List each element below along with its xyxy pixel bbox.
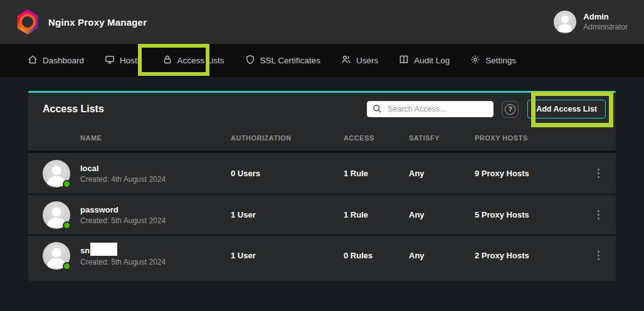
status-dot-icon: [63, 180, 71, 188]
page-title: Access Lists: [43, 103, 104, 115]
nav-item-settings[interactable]: Settings: [470, 55, 516, 66]
main-nav: Dashboard Hosts Access Lists SSL Certifi…: [0, 44, 644, 77]
row-avatar-cell: [43, 160, 70, 187]
status-dot-icon: [63, 221, 71, 229]
user-meta: Admin Administrator: [583, 12, 628, 31]
nav-label: Hosts: [120, 56, 142, 65]
access-value: 1 Rule: [344, 210, 409, 219]
satisfy-value: Any: [409, 251, 475, 260]
authorization-value: 1 User: [231, 251, 344, 260]
nav-item-dashboard[interactable]: Dashboard: [28, 55, 84, 66]
nav-label: Settings: [485, 56, 516, 65]
authorization-value: 1 User: [231, 210, 344, 219]
nav-item-users[interactable]: Users: [341, 55, 378, 66]
column-header-proxy-hosts: PROXY HOSTS: [475, 134, 581, 142]
nav-label: Audit Log: [414, 56, 450, 65]
satisfy-value: Any: [409, 169, 475, 178]
nav-label: SSL Certificates: [260, 56, 320, 65]
brand: Nginx Proxy Manager: [16, 9, 147, 34]
add-access-list-button[interactable]: Add Access List: [527, 100, 606, 119]
nav-label: Dashboard: [43, 56, 84, 65]
panel-toolbar: ? Add Access List: [367, 100, 606, 119]
redaction-box: [90, 243, 117, 256]
access-list-name: password: [80, 205, 231, 214]
main-content: Access Lists ? Add Access List: [0, 77, 644, 311]
column-header-satisfy: SATISFY: [409, 134, 475, 142]
created-date: Created: 5th August 2024: [80, 216, 231, 225]
access-value: 0 Rules: [344, 251, 409, 260]
nav-item-access-lists[interactable]: Access Lists: [162, 55, 224, 66]
row-avatar-cell: [43, 242, 70, 270]
created-date: Created: 4th August 2024: [80, 175, 231, 184]
table-row[interactable]: sn Created: 5th August 2024 1 User 0 Rul…: [28, 235, 616, 275]
app-header: Nginx Proxy Manager Admin Administrator: [0, 0, 644, 44]
search-box: [367, 101, 494, 117]
name-cell: sn Created: 5th August 2024: [80, 245, 231, 266]
user-menu[interactable]: Admin Administrator: [554, 11, 628, 33]
created-date: Created: 5th August 2024: [80, 258, 231, 266]
access-lists-panel: Access Lists ? Add Access List: [28, 91, 616, 281]
column-header-name: NAME: [80, 134, 231, 142]
home-icon: [28, 55, 38, 66]
user-name: Admin: [583, 12, 628, 22]
nav-item-hosts[interactable]: Hosts: [105, 55, 142, 66]
search-input[interactable]: [367, 101, 494, 117]
nav-item-audit-log[interactable]: Audit Log: [399, 55, 450, 66]
app-title: Nginx Proxy Manager: [48, 17, 147, 28]
access-list-name: sn: [80, 245, 231, 256]
table-row[interactable]: local Created: 4th August 2024 0 Users 1…: [28, 153, 616, 194]
name-cell: password Created: 5th August 2024: [80, 205, 231, 225]
authorization-value: 0 Users: [231, 169, 344, 178]
satisfy-value: Any: [409, 210, 475, 219]
nav-item-ssl-certificates[interactable]: SSL Certificates: [245, 55, 320, 66]
table-row[interactable]: password Created: 5th August 2024 1 User…: [28, 194, 616, 235]
access-value: 1 Rule: [344, 169, 409, 178]
access-list-name-text: sn: [80, 246, 90, 255]
status-dot-icon: [63, 262, 71, 270]
search-icon: [372, 104, 382, 116]
shield-icon: [245, 55, 255, 66]
access-list-name: local: [80, 164, 231, 173]
user-avatar: [554, 11, 576, 33]
column-header-authorization: AUTHORIZATION: [231, 134, 344, 142]
nav-label: Users: [356, 56, 378, 65]
table-header-row: NAME AUTHORIZATION ACCESS SATISFY PROXY …: [28, 125, 616, 150]
help-button[interactable]: ?: [502, 101, 519, 118]
name-cell: local Created: 4th August 2024: [80, 164, 231, 184]
proxy-hosts-value: 5 Proxy Hosts: [475, 210, 581, 219]
proxy-hosts-value: 2 Proxy Hosts: [475, 251, 581, 260]
row-menu-icon[interactable]: [592, 248, 604, 263]
column-header-access: ACCESS: [344, 134, 409, 142]
help-icon: ?: [505, 104, 515, 115]
gear-icon: [470, 55, 480, 66]
row-menu-icon[interactable]: [592, 208, 604, 223]
row-menu-icon[interactable]: [592, 166, 604, 181]
user-role: Administrator: [583, 23, 628, 32]
book-icon: [399, 55, 409, 66]
npm-logo-icon: [16, 9, 39, 34]
proxy-hosts-value: 9 Proxy Hosts: [475, 169, 581, 178]
lock-icon: [162, 55, 172, 66]
monitor-icon: [105, 55, 115, 66]
panel-header: Access Lists ? Add Access List: [28, 93, 616, 125]
users-icon: [341, 55, 351, 66]
row-avatar-cell: [43, 201, 70, 229]
nginx-proxy-manager-app: Nginx Proxy Manager Admin Administrator …: [0, 0, 644, 311]
nav-label: Access Lists: [177, 56, 224, 65]
